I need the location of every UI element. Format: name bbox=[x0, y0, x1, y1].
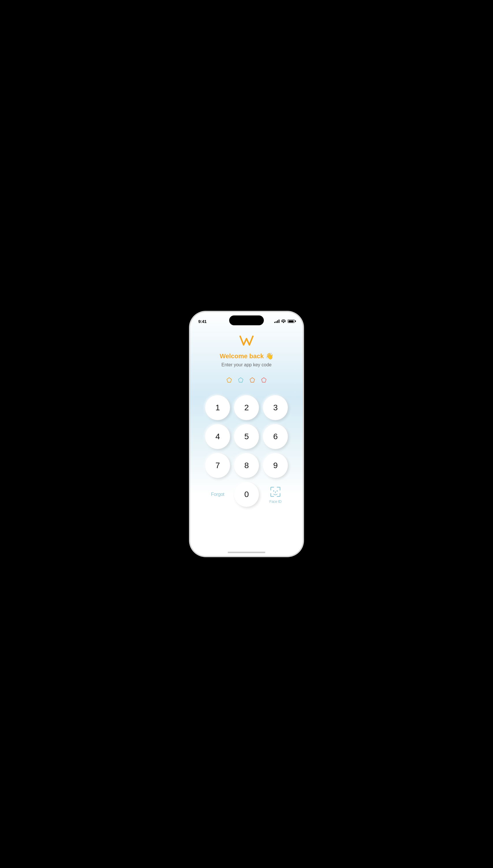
signal-icon bbox=[274, 319, 279, 323]
key-0[interactable]: 0 bbox=[234, 482, 259, 507]
face-id-icon bbox=[269, 485, 282, 498]
key-1[interactable]: 1 bbox=[205, 395, 230, 420]
key-2[interactable]: 2 bbox=[234, 395, 259, 420]
status-icons bbox=[274, 319, 295, 323]
keypad: 1 2 3 4 5 6 7 8 9 Forgot 0 bbox=[205, 395, 288, 507]
key-4[interactable]: 4 bbox=[205, 424, 230, 449]
subtitle-text: Enter your app key code bbox=[221, 362, 271, 368]
home-indicator bbox=[228, 552, 265, 553]
logo-svg bbox=[239, 335, 254, 347]
svg-point-0 bbox=[273, 490, 274, 492]
pin-dots-container bbox=[226, 377, 267, 384]
pin-dot-2 bbox=[237, 377, 244, 384]
key-8[interactable]: 8 bbox=[234, 453, 259, 478]
face-id-label: Face ID bbox=[269, 499, 281, 504]
battery-fill bbox=[288, 321, 294, 323]
screen: 9:41 bbox=[190, 312, 303, 556]
key-9[interactable]: 9 bbox=[263, 453, 288, 478]
face-id-button[interactable]: Face ID bbox=[263, 482, 288, 507]
key-3[interactable]: 3 bbox=[263, 395, 288, 420]
key-7[interactable]: 7 bbox=[205, 453, 230, 478]
welcome-title: Welcome back 👋 bbox=[220, 352, 273, 360]
key-6[interactable]: 6 bbox=[263, 424, 288, 449]
welcome-emoji: 👋 bbox=[265, 352, 273, 360]
dynamic-island bbox=[229, 315, 264, 325]
pin-dot-1 bbox=[226, 377, 233, 384]
welcome-text: Welcome back bbox=[220, 352, 263, 360]
status-time: 9:41 bbox=[198, 319, 207, 324]
svg-point-1 bbox=[277, 490, 278, 492]
battery-icon bbox=[287, 319, 295, 323]
key-5[interactable]: 5 bbox=[234, 424, 259, 449]
pin-dot-3 bbox=[249, 377, 256, 384]
app-logo bbox=[239, 335, 254, 348]
pin-dot-4 bbox=[260, 377, 267, 384]
phone-shell: 9:41 bbox=[190, 312, 303, 556]
forgot-button[interactable]: Forgot bbox=[205, 482, 230, 507]
main-content: Welcome back 👋 Enter your app key code bbox=[190, 327, 303, 556]
wifi-icon bbox=[281, 319, 286, 323]
